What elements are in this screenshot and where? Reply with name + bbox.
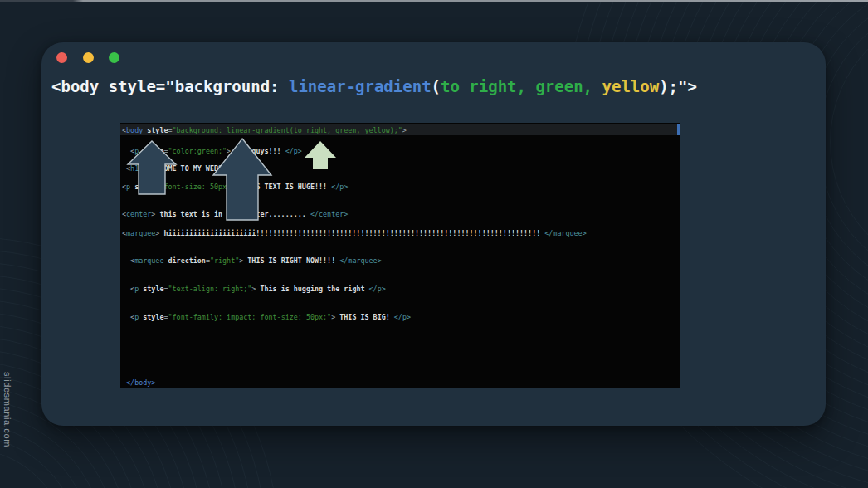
maximize-button[interactable] <box>109 52 119 63</box>
slide-title-code: <body style="background: linear-gradient… <box>51 77 697 95</box>
up-arrow-dark-left <box>128 141 176 194</box>
minimize-button[interactable] <box>83 52 94 63</box>
heading-token: <body style="background: <box>51 77 289 95</box>
up-arrow-dark-center <box>213 139 271 220</box>
code-editor-screenshot: <body style="background: linear-gradient… <box>120 123 680 388</box>
screen-top-edge <box>0 0 868 2</box>
decorative-arc <box>818 0 868 287</box>
app-window: <body style="background: linear-gradient… <box>41 42 826 426</box>
heading-token: ( <box>432 77 441 95</box>
decorative-arc <box>830 8 868 276</box>
up-arrow-green <box>305 141 336 169</box>
heading-token: to right, green, <box>441 77 592 95</box>
decorative-arc <box>0 423 93 488</box>
heading-token: );"> <box>659 77 697 95</box>
decorative-arc <box>0 448 68 488</box>
heading-token: linear-gradient <box>289 77 432 95</box>
window-controls <box>56 51 127 62</box>
heading-token: yellow <box>592 77 659 95</box>
close-button[interactable] <box>56 52 67 63</box>
presentation-slide: slidesmania.com <body style="background:… <box>0 0 868 488</box>
annotation-arrows <box>120 123 680 388</box>
watermark-slidesmania: slidesmania.com <box>2 372 12 447</box>
